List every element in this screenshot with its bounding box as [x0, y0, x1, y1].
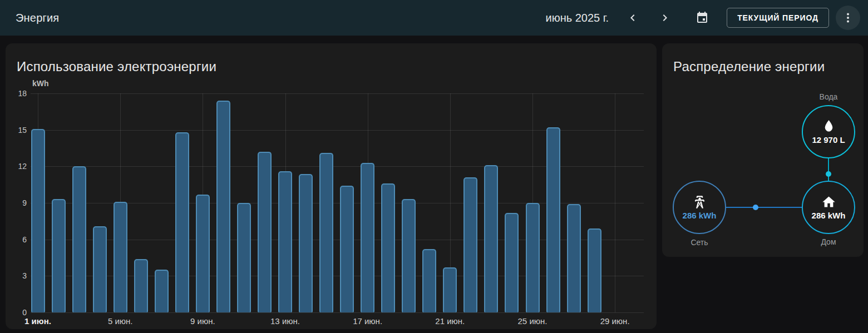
bar-jun-18[interactable]: [381, 183, 395, 312]
home-icon: [821, 195, 836, 210]
app-header: Энергия июнь 2025 г. ТЕКУЩИЙ ПЕРИОД: [0, 0, 868, 36]
chevron-right-icon: [658, 11, 672, 24]
y-axis-unit: kWh: [32, 79, 49, 88]
bar-jun-14[interactable]: [299, 174, 313, 313]
energy-distribution-card: Распределение энергии Вода 12 970 L 286 …: [662, 43, 864, 257]
distribution-diagram: Вода 12 970 L 286 kWh Сеть 286 kWh Дом: [662, 43, 864, 257]
x-axis-tick-label: 1 июн.: [24, 316, 51, 326]
h-gridline: [31, 312, 644, 313]
bar-jun-17[interactable]: [361, 163, 374, 312]
grid-node-circle: 286 kWh: [673, 181, 726, 234]
bar-jun-27[interactable]: [567, 204, 581, 312]
bar-jun-3[interactable]: [72, 166, 86, 312]
bar-jun-1[interactable]: [31, 129, 45, 313]
previous-period-button[interactable]: [620, 6, 645, 30]
bar-jun-28[interactable]: [588, 228, 601, 312]
y-axis-tick-label: 3: [6, 271, 27, 280]
x-axis-tick-label: 25 июн.: [518, 316, 548, 326]
chevron-left-icon: [626, 11, 639, 24]
bar-jun-25[interactable]: [526, 203, 540, 312]
period-label: июнь 2025 г.: [545, 12, 609, 24]
water-node-value: 12 970 L: [812, 135, 845, 145]
overflow-menu-button[interactable]: [836, 6, 860, 30]
bar-jun-4[interactable]: [93, 226, 107, 312]
home-node-value: 286 kWh: [812, 211, 846, 220]
water-to-home-flow-dot: [826, 171, 831, 177]
water-node-label: Вода: [820, 92, 838, 101]
current-period-button[interactable]: ТЕКУЩИЙ ПЕРИОД: [727, 8, 829, 28]
x-axis-tick-label: 13 июн.: [270, 316, 300, 326]
v-gridline: [615, 93, 615, 312]
grid-to-home-flow-dot: [753, 205, 758, 210]
next-period-button[interactable]: [653, 6, 677, 30]
grid-node-value: 286 kWh: [683, 211, 717, 220]
water-to-home-line: [828, 158, 829, 181]
bar-jun-11[interactable]: [237, 203, 251, 312]
bar-jun-21[interactable]: [443, 267, 457, 312]
bar-jun-9[interactable]: [196, 195, 210, 312]
water-node-circle: 12 970 L: [802, 105, 855, 158]
bar-jun-7[interactable]: [155, 270, 169, 312]
y-axis-tick-label: 15: [6, 126, 27, 135]
bar-jun-5[interactable]: [114, 202, 127, 312]
bar-jun-22[interactable]: [463, 177, 477, 312]
home-node-label: Дом: [821, 237, 836, 246]
y-axis-tick-label: 0: [6, 308, 27, 317]
y-axis-tick-label: 18: [6, 89, 27, 98]
x-axis-tick-label: 29 июн.: [600, 316, 630, 326]
bar-jun-13[interactable]: [278, 171, 292, 312]
bar-jun-26[interactable]: [546, 127, 560, 312]
bar-jun-19[interactable]: [402, 199, 416, 312]
calendar-picker-button[interactable]: [690, 6, 714, 30]
bar-jun-6[interactable]: [134, 259, 148, 312]
x-axis-tick-label: 17 июн.: [353, 316, 382, 326]
x-axis-tick-label: 9 июн.: [190, 316, 215, 326]
bar-jun-2[interactable]: [52, 199, 66, 312]
water-drop-icon: [821, 119, 836, 134]
h-gridline: [31, 93, 644, 94]
x-axis-tick-label: 21 июн.: [435, 316, 465, 326]
bar-jun-12[interactable]: [258, 152, 272, 312]
bar-jun-10[interactable]: [216, 101, 230, 312]
electricity-usage-card: Использование электроэнергии kWh 0369121…: [6, 43, 657, 329]
bar-jun-8[interactable]: [175, 132, 189, 312]
grid-node-label: Сеть: [691, 238, 708, 247]
header-toolbar: июнь 2025 г. ТЕКУЩИЙ ПЕРИОД: [545, 6, 860, 30]
y-axis-tick-label: 9: [6, 198, 27, 207]
calendar-icon: [696, 11, 709, 24]
y-axis-tick-label: 6: [6, 235, 27, 244]
transmission-tower-icon: [692, 195, 707, 210]
bar-jun-15[interactable]: [319, 153, 333, 312]
x-axis-tick-label: 5 июн.: [108, 316, 133, 326]
bar-jun-16[interactable]: [340, 186, 354, 312]
usage-chart: kWh 03691215181 июн.5 июн.9 июн.13 июн.1…: [6, 43, 657, 329]
page-title: Энергия: [16, 12, 59, 24]
bar-jun-23[interactable]: [484, 165, 498, 312]
bar-jun-24[interactable]: [505, 213, 519, 313]
home-node-circle: 286 kWh: [802, 181, 855, 234]
bar-jun-20[interactable]: [422, 249, 436, 312]
kebab-menu-icon: [841, 11, 855, 24]
y-axis-tick-label: 12: [6, 162, 27, 171]
grid-to-home-line: [726, 207, 802, 208]
